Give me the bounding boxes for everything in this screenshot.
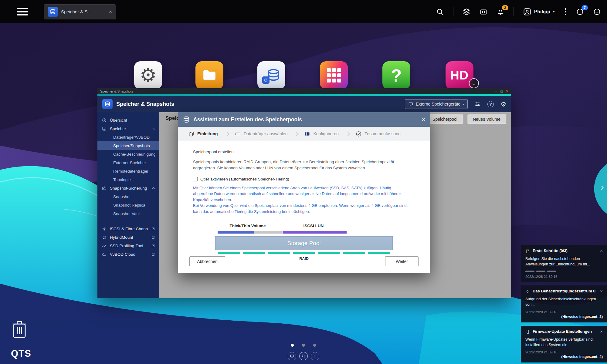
- disk-step-icon: [235, 131, 241, 137]
- toast-timestamp: 2022/12/28 21:39:18: [525, 350, 603, 354]
- next-button[interactable]: Weiter: [385, 256, 419, 266]
- external-device-selector[interactable]: Externe Speichergeräte ▾: [405, 99, 468, 109]
- sidebar-item-datentraeger-vjbod[interactable]: Datenträger/VJBOD: [97, 133, 159, 141]
- step-arrow-icon: [345, 131, 350, 136]
- show-desktop-icon[interactable]: [288, 352, 296, 360]
- storage-snapshots-app-icon[interactable]: [257, 61, 285, 89]
- control-panel-app-icon[interactable]: ⚙: [134, 61, 162, 89]
- more-options-icon[interactable]: [564, 8, 567, 15]
- sidebar-item-remotedatentraeger[interactable]: Remotedatenträger: [97, 167, 159, 175]
- recycle-bin[interactable]: [10, 318, 29, 341]
- thick-thin-volume-label: Thick/Thin Volume: [215, 224, 280, 228]
- wizard-close-icon[interactable]: ×: [422, 116, 425, 123]
- notifications-bell-icon[interactable]: 2: [497, 8, 504, 16]
- external-link-icon: [151, 252, 155, 256]
- background-tasks-icon[interactable]: [463, 8, 470, 16]
- help-icon[interactable]: ?: [487, 101, 494, 107]
- sidebar-item-snapshot[interactable]: Snapshot: [97, 192, 159, 201]
- app-center-app-icon[interactable]: [320, 61, 348, 89]
- flag-icon: [525, 249, 530, 254]
- sidebar-item-snapshot-replica[interactable]: Snapshot Replica: [97, 201, 159, 209]
- folder-icon: [201, 67, 218, 84]
- toast-benachrichtigungszentrum[interactable]: Das Benachrichtigungszentrum u... × Aufg…: [521, 285, 607, 322]
- toast-close-icon[interactable]: ×: [600, 329, 603, 334]
- sidebar-item-topologie[interactable]: Topologie: [97, 175, 159, 184]
- sidebar-item-snapshot-vault[interactable]: Snapshot Vault: [97, 209, 159, 218]
- sidebar-item-cache-beschleunigung[interactable]: Cache-Beschleunigung: [97, 150, 159, 158]
- pager-dot-3[interactable]: [313, 344, 316, 347]
- pool-cylinder-icon: [183, 116, 190, 123]
- toast-firmware-update[interactable]: Firmware-Update Einstellungen × Wenn Fir…: [521, 326, 607, 362]
- widgets-icon[interactable]: [311, 352, 319, 360]
- cloud-icon: [102, 252, 107, 257]
- feedback-smiley-icon[interactable]: [593, 8, 601, 16]
- step-zusammenfassung[interactable]: Zusammenfassung: [355, 131, 401, 137]
- app-tab-storage-snapshots[interactable]: Speicher & S... ×: [44, 4, 116, 19]
- sidebar-item-ssd-profiling-tool[interactable]: SSD Profiling-Tool: [97, 241, 159, 250]
- sidebar-item-speicher-snapshots[interactable]: Speicher/Snapshots: [97, 141, 159, 150]
- wizard-body: Speicherpool erstellen: Speicherpools ko…: [178, 141, 430, 273]
- pager-dot-2[interactable]: [302, 344, 305, 347]
- toast-erste-schritte[interactable]: Erste Schritte (0/3) × Befolgen Sie die …: [521, 245, 607, 282]
- desktop-pager: [291, 344, 316, 347]
- snapshot-icon: [102, 186, 107, 191]
- sidebar-item-externer-speicher[interactable]: Externer Speicher: [97, 158, 159, 167]
- step-konfigurieren[interactable]: Konfigurieren: [304, 131, 338, 137]
- raid-segment: [343, 252, 365, 254]
- new-volume-button[interactable]: Neues Volume: [467, 114, 506, 124]
- system-alerts-icon[interactable]: 7: [576, 8, 584, 16]
- progress-step: [547, 271, 556, 272]
- pager-dot-1[interactable]: [291, 344, 294, 347]
- help-center-app-icon[interactable]: ?: [382, 61, 410, 89]
- topbar-divider: [514, 7, 514, 16]
- wizard-title: Assistent zum Erstellen des Speicherpool…: [193, 116, 302, 123]
- target-icon: [102, 226, 107, 231]
- sidebar-item-hybridmount[interactable]: HybridMount: [97, 233, 159, 241]
- toast-title: Das Benachrichtigungszentrum u...: [533, 289, 596, 294]
- window-close-icon[interactable]: ×: [506, 89, 508, 93]
- storage-pool-button[interactable]: Speicherpool: [427, 114, 463, 124]
- qtier-checkbox-row[interactable]: Qtier aktivieren (automatisches Speicher…: [193, 177, 415, 181]
- desktop-search-icon[interactable]: [299, 352, 308, 360]
- global-settings-icon[interactable]: [474, 101, 481, 107]
- sidebar-group-snapshot-sicherung[interactable]: Snapshot-Sicherung: [97, 184, 159, 192]
- alerts-badge: 7: [582, 5, 588, 10]
- window-titlebar[interactable]: Speicher & Snapshots – □ ×: [97, 88, 511, 94]
- minimize-icon[interactable]: –: [495, 89, 497, 93]
- toast-close-icon[interactable]: ×: [600, 289, 603, 293]
- sidebar-item-uebersicht[interactable]: Übersicht: [97, 116, 159, 124]
- step-datentraeger-auswaehlen[interactable]: Datenträger auswählen: [235, 131, 288, 137]
- settings-gear-icon[interactable]: ⚙: [500, 101, 506, 107]
- main-menu-button[interactable]: [17, 8, 28, 16]
- wizard-intro-text: Speicherpools kombinieren RAID-Gruppen, …: [193, 159, 405, 171]
- user-menu[interactable]: Philipp ▾: [523, 8, 555, 16]
- trash-icon: [10, 318, 29, 340]
- intro-step-icon: [188, 131, 195, 137]
- tab-close-icon[interactable]: ×: [109, 9, 112, 15]
- search-icon[interactable]: [436, 8, 444, 16]
- cancel-button[interactable]: Abbrechen: [189, 256, 225, 266]
- notification-toasts: Erste Schritte (0/3) × Befolgen Sie die …: [521, 245, 607, 362]
- external-link-icon: [151, 227, 155, 231]
- step-einleitung[interactable]: Einleitung: [188, 131, 218, 137]
- sidebar-group-speicher[interactable]: Speicher: [97, 124, 159, 133]
- step-arrow-icon: [224, 131, 229, 136]
- device-selector-label: Externe Speichergeräte: [416, 102, 460, 106]
- gauge-icon: [102, 243, 107, 248]
- external-link-icon: [151, 244, 155, 248]
- file-station-app-icon[interactable]: [195, 61, 223, 89]
- qtier-checkbox[interactable]: [193, 177, 198, 181]
- app-sidebar: Übersicht Speicher Datenträger/VJBOD Spe…: [97, 112, 159, 298]
- raid-label: RAID: [215, 257, 393, 261]
- raid-segments: [215, 252, 393, 254]
- raid-segment: [293, 252, 315, 254]
- sidebar-item-iscsi-fibre-channel[interactable]: iSCSI & Fibre Channel: [97, 224, 159, 233]
- maximize-icon[interactable]: □: [500, 90, 503, 93]
- slide-panel-arrow-icon[interactable]: ›: [601, 182, 604, 192]
- sidebar-item-vjbod-cloud[interactable]: VJBOD Cloud: [97, 250, 159, 258]
- qtier-info-text-1: Mit Qtier können Sie einem Speicherpool …: [193, 185, 410, 203]
- chevron-up-icon: [152, 187, 155, 190]
- external-device-sync-icon[interactable]: [480, 8, 487, 16]
- toast-close-icon[interactable]: ×: [600, 248, 603, 253]
- wizard-header: Assistent zum Erstellen des Speicherpool…: [178, 112, 430, 127]
